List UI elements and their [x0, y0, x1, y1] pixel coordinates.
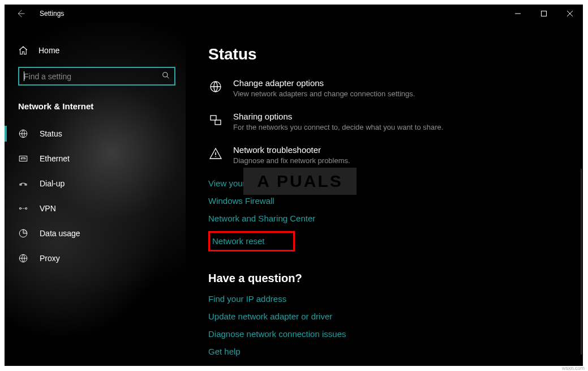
option-title: Sharing options [233, 112, 443, 121]
search-box[interactable] [18, 67, 175, 86]
sidebar-item-dialup[interactable]: Dial-up [5, 171, 186, 196]
link-get-help[interactable]: Get help [208, 347, 241, 356]
titlebar: Settings [5, 5, 583, 23]
search-icon [162, 71, 170, 81]
warning-icon [208, 146, 223, 161]
dialup-icon [18, 178, 28, 189]
window-controls [505, 5, 583, 23]
sidebar-label: Proxy [40, 254, 60, 263]
maximize-button[interactable] [531, 5, 557, 23]
sidebar-label: Dial-up [40, 179, 65, 188]
sidebar-item-datausage[interactable]: Data usage [5, 221, 186, 246]
globe-icon [18, 253, 28, 263]
link-windows-firewall[interactable]: Windows Firewall [208, 196, 274, 206]
content-pane: Status Change adapter options View netwo… [186, 23, 583, 366]
vpn-icon [18, 203, 28, 214]
sidebar-category: Network & Internet [5, 98, 186, 121]
link-update-adapter[interactable]: Update network adapter or driver [208, 312, 332, 321]
sidebar-label: Data usage [40, 229, 80, 238]
search-input[interactable] [24, 72, 162, 81]
globe-icon [18, 129, 28, 139]
svg-point-7 [25, 208, 27, 210]
link-ip-address[interactable]: Find your IP address [208, 294, 286, 304]
question-heading: Have a question? [208, 272, 583, 285]
scrollbar[interactable] [581, 169, 582, 355]
data-usage-icon [18, 228, 28, 238]
settings-links: View your network properties Windows Fir… [208, 178, 583, 259]
settings-window: Settings Home [5, 5, 583, 366]
sidebar-item-ethernet[interactable]: Ethernet [5, 146, 186, 171]
globe-icon [208, 79, 223, 94]
link-network-properties[interactable]: View your network properties [208, 178, 317, 188]
sidebar-item-vpn[interactable]: VPN [5, 196, 186, 221]
sidebar-label: Status [40, 129, 62, 138]
home-icon [18, 45, 28, 56]
svg-rect-11 [211, 116, 216, 120]
sidebar-home[interactable]: Home [5, 45, 186, 67]
option-change-adapter[interactable]: Change adapter options View network adap… [208, 78, 583, 98]
sidebar-label: Ethernet [40, 154, 70, 163]
arrow-left-icon [15, 8, 25, 19]
sidebar-item-status[interactable]: Status [5, 121, 186, 146]
help-links: Find your IP address Update network adap… [208, 294, 583, 364]
minimize-button[interactable] [505, 5, 531, 23]
sidebar-item-proxy[interactable]: Proxy [5, 246, 186, 271]
option-desc: For the networks you connect to, decide … [233, 123, 443, 131]
option-title: Change adapter options [233, 78, 415, 88]
source-caption: wsxn.com [562, 365, 585, 371]
sidebar-label: VPN [40, 204, 56, 213]
sidebar: Home Network & Internet Status [5, 23, 186, 366]
page-title: Status [208, 45, 583, 63]
svg-point-1 [163, 73, 168, 77]
svg-rect-12 [215, 120, 221, 125]
option-desc: View network adapters and change connect… [233, 89, 415, 98]
svg-rect-5 [25, 184, 27, 185]
option-desc: Diagnose and fix network problems. [233, 156, 350, 165]
close-button[interactable] [557, 5, 583, 23]
maximize-icon [541, 11, 547, 16]
ethernet-icon [18, 153, 28, 164]
link-sharing-center[interactable]: Network and Sharing Center [208, 214, 315, 223]
svg-rect-4 [20, 184, 22, 185]
text-caret [24, 71, 24, 81]
highlight-network-reset: Network reset [208, 231, 295, 251]
option-title: Network troubleshooter [233, 145, 350, 155]
minimize-icon [515, 11, 521, 16]
back-button[interactable] [14, 7, 27, 20]
option-sharing[interactable]: Sharing options For the networks you con… [208, 112, 583, 131]
link-diagnose-conn[interactable]: Diagnose network connection issues [208, 329, 346, 339]
window-title: Settings [40, 10, 64, 18]
svg-rect-0 [542, 11, 547, 16]
svg-point-6 [19, 208, 21, 210]
home-label: Home [38, 46, 59, 55]
link-network-reset[interactable]: Network reset [212, 236, 265, 246]
sharing-icon [208, 113, 223, 127]
close-icon [567, 11, 573, 16]
option-troubleshooter[interactable]: Network troubleshooter Diagnose and fix … [208, 145, 583, 165]
